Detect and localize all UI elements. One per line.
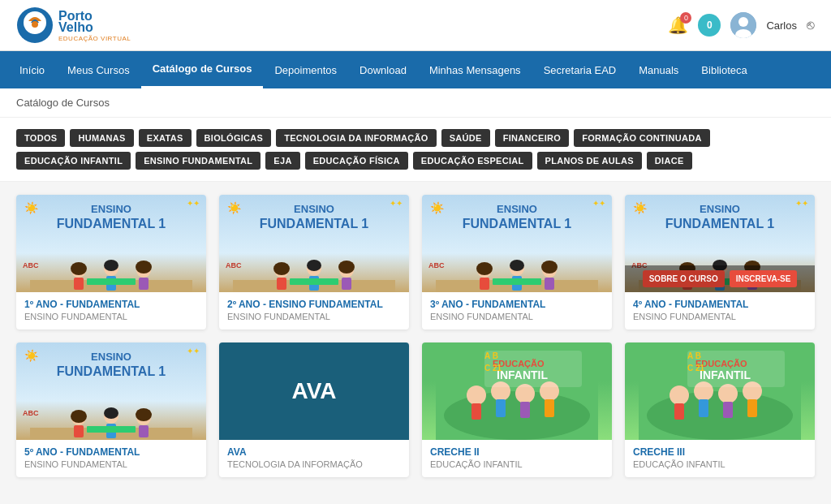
- course-info: 4º ANO - FUNDAMENTAL ENSINO FUNDAMENTAL: [625, 292, 815, 330]
- course-title: CRECHE III: [633, 446, 807, 458]
- svg-rect-25: [342, 278, 351, 290]
- course-title: 4º ANO - FUNDAMENTAL: [633, 299, 807, 310]
- ei-illustration: EDUCAÇÃO INFANTIL A B C 21: [422, 342, 612, 440]
- filter-tag-humanas[interactable]: HUMANAS: [70, 129, 133, 147]
- kids-illustration: [422, 248, 612, 292]
- course-subtitle: ENSINO FUNDAMENTAL: [633, 312, 807, 321]
- notification-button[interactable]: 🔔 0: [668, 15, 688, 35]
- nav-biblioteca[interactable]: Biblioteca: [690, 53, 758, 88]
- course-thumb-text: ENSINO FUNDAMENTAL 1: [16, 203, 206, 231]
- course-thumb: ☀️ ✦✦ ENSINO FUNDAMENTAL 1 ABC: [16, 342, 206, 440]
- svg-point-59: [136, 408, 152, 421]
- course-grid: ☀️ ✦✦ ENSINO FUNDAMENTAL 1 ABC: [0, 182, 831, 490]
- kids-illustration: [16, 248, 206, 292]
- svg-point-34: [510, 260, 524, 271]
- svg-point-37: [541, 261, 558, 274]
- filter-tag-formação-continuada[interactable]: FORMAÇÃO CONTINUADA: [574, 129, 709, 147]
- svg-point-20: [273, 262, 290, 275]
- notification-badge: 0: [680, 12, 691, 24]
- svg-rect-60: [87, 426, 136, 433]
- course-thumb: ☀️ ✦✦ ENSINO FUNDAMENTAL 1 ABC: [219, 195, 409, 292]
- logo-velho: Velho: [58, 20, 131, 35]
- filter-tag-tecnologia-da-informação[interactable]: TECNOLOGIA DA INFORMAÇÃO: [276, 129, 437, 147]
- svg-point-26: [338, 261, 355, 274]
- svg-text:INFANTIL: INFANTIL: [700, 368, 751, 381]
- filter-tag-planos-de-aulas[interactable]: PLANOS DE AULAS: [537, 152, 642, 170]
- logo-edu: EDUCAÇÃO VIRTUAL: [58, 35, 131, 42]
- course-card-7[interactable]: EDUCAÇÃO INFANTIL A B C 21 CRECHE II EDU…: [422, 342, 612, 477]
- nav-meus-cursos[interactable]: Meus Cursos: [56, 53, 141, 88]
- svg-rect-16: [87, 278, 136, 285]
- course-thumb-text: ENSINO FUNDAMENTAL 1: [422, 203, 612, 231]
- course-info: 2º ANO - ENSINO FUNDAMENTAL ENSINO FUNDA…: [219, 292, 409, 330]
- filter-tag-eja[interactable]: EJA: [265, 152, 299, 170]
- svg-rect-19: [277, 278, 286, 290]
- filter-tag-todos[interactable]: TODOS: [16, 129, 65, 147]
- course-card-6[interactable]: AVA AVA TECNOLOGIA DA INFORMAÇÃO: [219, 342, 409, 477]
- nav-mensagens[interactable]: Minhas Mensagens: [418, 53, 532, 88]
- course-info: AVA TECNOLOGIA DA INFORMAÇÃO: [219, 440, 409, 477]
- logout-button[interactable]: ⎋: [807, 18, 815, 32]
- sobre-button[interactable]: SOBRE O CURSO: [643, 270, 725, 287]
- svg-text:C 21: C 21: [484, 364, 502, 373]
- course-info: 5º ANO - FUNDAMENTAL ENSINO FUNDAMENTAL: [16, 440, 206, 477]
- nav-download[interactable]: Download: [348, 53, 418, 88]
- svg-rect-14: [139, 278, 149, 290]
- svg-rect-36: [545, 278, 554, 290]
- nav-depoimentos[interactable]: Depoimentos: [263, 53, 348, 88]
- course-thumb: ☀️ ✦✦ ENSINO FUNDAMENTAL 1 ABC: [16, 195, 206, 292]
- ava-label: AVA: [292, 378, 337, 404]
- course-title: AVA: [227, 446, 401, 458]
- svg-rect-85: [747, 399, 757, 417]
- course-thumb: EDUCAÇÃO INFANTIL A B C 21: [625, 342, 815, 440]
- filter-tag-financeiro[interactable]: FINANCEIRO: [495, 129, 569, 147]
- filter-tag-saúde[interactable]: SAÚDE: [441, 129, 490, 147]
- course-title: 5º ANO - FUNDAMENTAL: [24, 446, 198, 458]
- svg-point-63: [467, 386, 486, 405]
- course-title: 1º ANO - FUNDAMENTAL: [24, 299, 198, 310]
- course-card-2[interactable]: ☀️ ✦✦ ENSINO FUNDAMENTAL 1 ABC: [219, 195, 409, 330]
- course-title: CRECHE II: [430, 446, 604, 458]
- nav-manuals[interactable]: Manuals: [627, 53, 690, 88]
- svg-rect-81: [699, 399, 708, 417]
- svg-point-56: [104, 407, 118, 419]
- svg-rect-66: [496, 399, 506, 417]
- filter-tag-ensino-fundamental[interactable]: ENSINO FUNDAMENTAL: [136, 152, 260, 170]
- svg-rect-68: [520, 402, 530, 418]
- filter-tag-educação-especial[interactable]: EDUCAÇÃO ESPECIAL: [413, 152, 532, 170]
- filter-tag-exatas[interactable]: EXATAS: [139, 129, 192, 147]
- course-thumb: ☀️ ✦✦ ENSINO FUNDAMENTAL 1 ABC: [625, 195, 815, 292]
- inscreva-button[interactable]: INSCREVA-SE: [730, 270, 798, 287]
- svg-rect-27: [290, 278, 338, 285]
- message-button[interactable]: 0: [698, 14, 721, 37]
- filter-tag-educação-física[interactable]: EDUCAÇÃO FÍSICA: [305, 152, 408, 170]
- avatar: [730, 12, 756, 38]
- header-right: 🔔 0 0 Carlos ⎋: [668, 12, 815, 38]
- filter-tag-biológicas[interactable]: BIOLÓGICAS: [196, 129, 272, 147]
- username-label: Carlos: [766, 19, 797, 32]
- nav-catalogo[interactable]: Catálogo de Cursos: [141, 51, 264, 88]
- logo-icon: [16, 6, 54, 44]
- breadcrumb: Catálogo de Cursos: [0, 88, 831, 118]
- logout-icon: ⎋: [807, 18, 815, 32]
- course-title: 2º ANO - ENSINO FUNDAMENTAL: [227, 299, 401, 310]
- course-card-4[interactable]: ☀️ ✦✦ ENSINO FUNDAMENTAL 1 ABC: [625, 195, 815, 330]
- filter-tag-diace[interactable]: DIACE: [647, 152, 692, 170]
- svg-point-78: [670, 386, 689, 405]
- course-thumb-text: ENSINO FUNDAMENTAL 1: [16, 351, 206, 379]
- filter-bar: TODOSHUMANASEXATASBIOLÓGICASTECNOLOGIA D…: [0, 118, 831, 182]
- filter-tag-educação-infantil[interactable]: EDUCAÇÃO INFANTIL: [16, 152, 131, 170]
- course-card-1[interactable]: ☀️ ✦✦ ENSINO FUNDAMENTAL 1 ABC: [16, 195, 206, 330]
- course-subtitle: ENSINO FUNDAMENTAL: [24, 459, 198, 469]
- nav-inicio[interactable]: Início: [8, 53, 56, 88]
- course-card-3[interactable]: ☀️ ✦✦ ENSINO FUNDAMENTAL 1 ABC: [422, 195, 612, 330]
- course-card-8[interactable]: EDUCAÇÃO INFANTIL A B C 21 CRECHE III ED…: [625, 342, 815, 477]
- ei-illustration: EDUCAÇÃO INFANTIL A B C 21: [625, 342, 815, 440]
- nav-secretaria[interactable]: Secretaria EAD: [532, 53, 628, 88]
- course-card-5[interactable]: ☀️ ✦✦ ENSINO FUNDAMENTAL 1 ABC: [16, 342, 206, 477]
- svg-point-2: [32, 21, 38, 28]
- course-info: 1º ANO - FUNDAMENTAL ENSINO FUNDAMENTAL: [16, 292, 206, 330]
- svg-rect-64: [471, 403, 481, 420]
- svg-text:A B: A B: [484, 351, 498, 360]
- svg-rect-30: [480, 278, 489, 290]
